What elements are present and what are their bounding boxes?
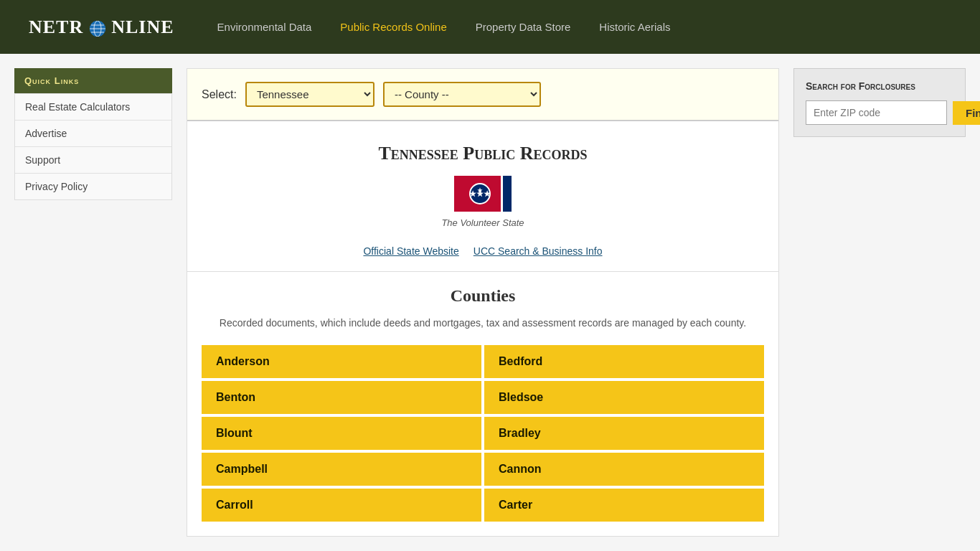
flag-container: ★★★ The Volunteer State [441,176,524,228]
right-sidebar: Search for Forclosures Find! [793,68,966,537]
county-bledsoe[interactable]: Bledsoe [484,381,764,414]
county-anderson[interactable]: Anderson [202,345,481,378]
left-sidebar: Quick Links Real Estate Calculators Adve… [14,68,172,537]
svg-text:★★★: ★★★ [469,189,491,198]
county-carter[interactable]: Carter [484,489,764,522]
foreclosure-title: Search for Forclosures [806,80,953,92]
main-nav: Environmental Data Public Records Online… [217,21,671,33]
state-title: Tennessee Public Records [202,143,764,164]
find-button[interactable]: Find! [953,101,980,125]
zip-row: Find! [806,100,953,125]
sidebar-item-privacy: Privacy Policy [15,174,171,199]
link-privacy-policy[interactable]: Privacy Policy [15,174,171,199]
svg-rect-7 [501,176,503,212]
link-support[interactable]: Support [15,147,171,173]
svg-rect-6 [503,176,512,212]
counties-grid: Anderson Bedford Benton Bledsoe Blount B… [202,345,764,522]
sidebar-item-support: Support [15,147,171,174]
state-info: Tennessee Public Records [187,121,778,272]
nav-historic-aerials[interactable]: Historic Aerials [599,21,670,33]
globe-icon [90,21,105,37]
nav-public-records[interactable]: Public Records Online [340,21,446,33]
link-advertise[interactable]: Advertise [15,121,171,146]
county-campbell[interactable]: Campbell [202,453,481,486]
logo[interactable]: NETR NLINE [29,17,174,38]
counties-title: Counties [202,286,764,306]
page-container: Quick Links Real Estate Calculators Adve… [0,54,980,551]
header: NETR NLINE Environmental Data Public Rec… [0,0,980,54]
nav-property-data[interactable]: Property Data Store [476,21,571,33]
link-real-estate-calculators[interactable]: Real Estate Calculators [15,94,171,120]
county-bradley[interactable]: Bradley [484,417,764,450]
quick-links-list: Real Estate Calculators Advertise Suppor… [14,93,172,200]
county-carroll[interactable]: Carroll [202,489,481,522]
tennessee-flag: ★★★ [454,176,512,212]
sidebar-item-calculators: Real Estate Calculators [15,94,171,121]
counties-description: Recorded documents, which include deeds … [202,316,764,331]
foreclosure-box: Search for Forclosures Find! [793,68,966,137]
county-cannon[interactable]: Cannon [484,453,764,486]
nav-environmental-data[interactable]: Environmental Data [217,21,312,33]
state-nickname: The Volunteer State [441,217,524,228]
state-select[interactable]: Tennessee [245,82,374,107]
sidebar-item-advertise: Advertise [15,121,171,147]
quick-links-title: Quick Links [14,68,172,93]
main-content: Select: Tennessee -- County -- Tennessee… [187,68,779,537]
official-state-website-link[interactable]: Official State Website [363,245,458,257]
state-links: Official State Website UCC Search & Busi… [202,245,764,257]
county-bedford[interactable]: Bedford [484,345,764,378]
counties-section: Counties Recorded documents, which inclu… [187,272,778,536]
selector-bar: Select: Tennessee -- County -- [187,69,778,121]
select-label: Select: [202,88,237,101]
county-blount[interactable]: Blount [202,417,481,450]
ucc-search-link[interactable]: UCC Search & Business Info [473,245,603,257]
county-benton[interactable]: Benton [202,381,481,414]
zip-input[interactable] [806,100,947,125]
county-select[interactable]: -- County -- [383,82,541,107]
